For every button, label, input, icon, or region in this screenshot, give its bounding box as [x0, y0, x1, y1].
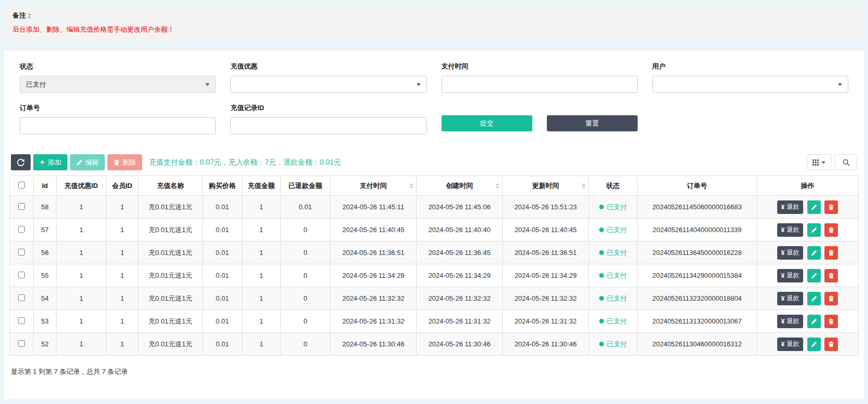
refund-button[interactable]: ¥退款 [777, 315, 804, 328]
refund-button[interactable]: ¥退款 [777, 223, 804, 237]
cell-member-id: 1 [106, 264, 139, 287]
row-delete-button[interactable] [824, 200, 838, 214]
refund-button[interactable]: ¥退款 [777, 338, 804, 351]
row-edit-button[interactable] [807, 315, 821, 328]
table-row: 52 1 1 充0.01元送1元 0.01 1 0 2024-05-26 11:… [10, 333, 859, 356]
main-panel: 状态 已支付 充值优惠 支付时间 用户 [4, 50, 864, 399]
submit-button[interactable]: 提交 [442, 115, 532, 131]
status-badge: 已支付 [607, 248, 627, 258]
trash-icon [828, 204, 834, 210]
row-delete-button[interactable] [824, 269, 838, 282]
order-no-input[interactable] [20, 117, 216, 134]
row-checkbox[interactable] [18, 294, 25, 301]
refund-button[interactable]: ¥退款 [777, 292, 804, 305]
delete-button[interactable]: 删除 [107, 154, 142, 170]
select-all-checkbox[interactable] [18, 182, 25, 188]
discount-select[interactable] [230, 76, 426, 93]
cell-name: 充0.01元送1元 [139, 196, 203, 219]
header-create-time[interactable]: 创建时间 [417, 176, 503, 196]
refund-button[interactable]: ¥退款 [777, 269, 804, 282]
header-update-time[interactable]: 更新时间 [503, 176, 589, 196]
filter-field-status: 状态 已支付 [20, 62, 216, 93]
row-edit-button[interactable] [807, 200, 821, 214]
row-edit-button[interactable] [807, 269, 821, 282]
pencil-icon [811, 250, 817, 256]
status-badge: 已支付 [607, 271, 627, 280]
row-checkbox[interactable] [18, 272, 25, 278]
status-dot [599, 319, 604, 324]
row-checkbox[interactable] [18, 203, 25, 210]
status-select[interactable]: 已支付 [20, 76, 216, 93]
search-icon [843, 159, 850, 166]
cell-status: 已支付 [589, 219, 638, 241]
pencil-icon [811, 273, 817, 279]
row-checkbox[interactable] [18, 317, 25, 324]
search-toggle-button[interactable] [835, 154, 857, 170]
header-refunded: 已退款金额 [281, 176, 330, 196]
table-row: 58 1 1 充0.01元送1元 0.01 1 0.01 2024-05-26 … [10, 196, 859, 219]
row-delete-button[interactable] [824, 223, 838, 237]
cell-amount: 1 [242, 310, 281, 333]
status-dot [599, 205, 604, 209]
columns-toggle-button[interactable] [807, 154, 831, 170]
row-delete-button[interactable] [824, 338, 838, 351]
header-pay-time[interactable]: 支付时间 [330, 176, 417, 196]
row-edit-button[interactable] [807, 338, 821, 351]
cell-id: 58 [34, 196, 57, 219]
pencil-icon [76, 159, 82, 166]
cell-pay-time: 2024-05-26 11:32:32 [330, 287, 417, 310]
edit-button[interactable]: 编辑 [70, 154, 105, 170]
add-button[interactable]: 添加 [33, 154, 67, 170]
records-table-wrap: Id 充值优惠ID 会员ID 充值名称 购买价格 充值金额 已退款金额 支付时间… [4, 176, 864, 356]
status-badge: 已支付 [607, 340, 627, 349]
cell-price: 0.01 [203, 310, 242, 333]
row-checkbox[interactable] [18, 249, 25, 255]
cell-order-no: 202405261136450000016228 [638, 241, 757, 264]
pay-time-input[interactable] [442, 76, 638, 93]
header-order-no: 订单号 [638, 176, 757, 196]
row-delete-button[interactable] [824, 292, 838, 305]
status-select-value: 已支付 [26, 80, 46, 89]
user-select[interactable] [652, 76, 848, 93]
cell-member-id: 1 [106, 310, 139, 333]
pencil-icon [811, 295, 817, 302]
cell-discount-id: 1 [57, 241, 106, 264]
cell-select [10, 310, 34, 333]
row-checkbox[interactable] [18, 226, 25, 233]
refund-button[interactable]: ¥退款 [777, 246, 804, 260]
row-delete-button[interactable] [824, 315, 838, 328]
refresh-button[interactable] [11, 154, 31, 170]
cell-status: 已支付 [589, 241, 638, 264]
status-badge: 已支付 [607, 203, 627, 212]
row-edit-button[interactable] [807, 292, 821, 305]
filter-field-pay-time: 支付时间 [442, 62, 638, 93]
caret-down-icon [205, 83, 210, 86]
cell-id: 55 [34, 264, 57, 287]
row-edit-button[interactable] [807, 223, 821, 237]
pencil-icon [811, 227, 817, 233]
cell-refunded: 0.01 [281, 196, 330, 219]
cell-amount: 1 [242, 241, 281, 264]
cell-status: 已支付 [589, 196, 638, 219]
cell-member-id: 1 [106, 287, 139, 310]
reset-button[interactable]: 重置 [547, 115, 638, 131]
cell-amount: 1 [242, 264, 281, 287]
records-info: 显示第 1 到第 7 条记录，总共 7 条记录 [4, 356, 864, 376]
cell-order-no: 202405261132320000018804 [638, 287, 757, 310]
status-dot [599, 342, 604, 346]
cell-discount-id: 1 [57, 333, 106, 356]
sort-icon [409, 183, 414, 188]
cell-member-id: 1 [106, 219, 139, 241]
record-id-input[interactable] [230, 117, 426, 134]
cell-price: 0.01 [203, 241, 242, 264]
cell-discount-id: 1 [57, 287, 106, 310]
refund-button[interactable]: ¥退款 [777, 200, 804, 214]
header-status: 状态 [589, 176, 638, 196]
cell-select [10, 219, 34, 241]
row-delete-button[interactable] [824, 246, 838, 260]
cell-id: 56 [34, 241, 57, 264]
cell-id: 57 [34, 219, 57, 241]
filter-form: 状态 已支付 充值优惠 支付时间 用户 [4, 50, 864, 147]
row-edit-button[interactable] [807, 246, 821, 260]
row-checkbox[interactable] [18, 340, 25, 347]
